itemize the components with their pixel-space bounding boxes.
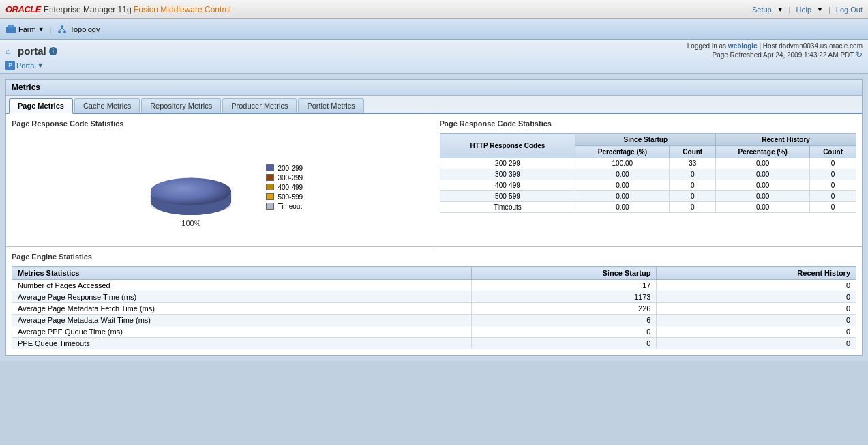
row-label: 300-399 bbox=[440, 169, 575, 180]
ss-pct: 0.00 bbox=[575, 169, 670, 180]
engine-since-startup: 1173 bbox=[471, 291, 657, 303]
app-title: Enterprise Manager 11g Fusion Middleware… bbox=[44, 5, 231, 14]
engine-since-startup: 6 bbox=[471, 315, 657, 326]
engine-row-label: Number of Pages Accessed bbox=[12, 280, 472, 291]
table-row: 300-399 0.00 0 0.00 0 bbox=[440, 169, 856, 180]
list-item: PPE Queue Timeouts 0 0 bbox=[12, 338, 856, 349]
portal-refresh: Page Refreshed Apr 24, 2009 1:43:22 AM P… bbox=[687, 50, 863, 59]
response-code-table: HTTP Response Codes Since Startup Recent… bbox=[440, 133, 857, 213]
engine-table: Metrics Statistics Since Startup Recent … bbox=[12, 266, 856, 349]
pie-legend: 200-299 300-399 400-499 bbox=[266, 164, 303, 210]
ss-pct: 0.00 bbox=[575, 180, 670, 191]
ss-count: 0 bbox=[670, 191, 716, 202]
list-item: Average Page Metadata Wait Time (ms) 6 0 bbox=[12, 315, 856, 326]
list-item: Average Page Response Time (ms) 1173 0 bbox=[12, 291, 856, 303]
info-icon[interactable]: i bbox=[49, 47, 57, 55]
legend-color-500 bbox=[266, 193, 274, 200]
engine-recent-history: 0 bbox=[657, 280, 856, 291]
rh-count: 0 bbox=[810, 202, 856, 213]
ss-count: 33 bbox=[670, 158, 716, 169]
engine-recent-history: 0 bbox=[657, 291, 856, 303]
legend-item-300: 300-399 bbox=[266, 174, 303, 182]
rh-count: 0 bbox=[810, 169, 856, 180]
list-item: Average PPE Queue Time (ms) 0 0 bbox=[12, 326, 856, 338]
engine-since-startup: 226 bbox=[471, 303, 657, 315]
svg-rect-1 bbox=[8, 25, 14, 28]
legend-item-200: 200-299 bbox=[266, 164, 303, 172]
engine-since-startup: 0 bbox=[471, 338, 657, 349]
table-row: Timeouts 0.00 0 0.00 0 bbox=[440, 202, 856, 213]
help-link[interactable]: Help bbox=[796, 5, 811, 14]
tab-portlet-metrics[interactable]: Portlet Metrics bbox=[298, 98, 363, 113]
portal-bar: ⌂ portal i Logged in as weblogic | Host … bbox=[0, 40, 868, 74]
portal-icon: P bbox=[5, 61, 15, 70]
farm-icon bbox=[5, 24, 16, 35]
subcol-ss-count: Count bbox=[670, 146, 716, 158]
response-table-body: 200-299 100.00 33 0.00 0 300-399 0.00 0 … bbox=[440, 158, 856, 213]
legend-color-400 bbox=[266, 184, 274, 190]
topology-label: Topology bbox=[70, 25, 100, 33]
list-item: Number of Pages Accessed 17 0 bbox=[12, 280, 856, 291]
svg-point-9 bbox=[151, 177, 231, 205]
table-row: 200-299 100.00 33 0.00 0 bbox=[440, 158, 856, 169]
help-arrow: ▼ bbox=[817, 6, 823, 13]
rh-pct: 0.00 bbox=[716, 191, 810, 202]
portal-nav-link[interactable]: P Portal ▼ bbox=[5, 61, 44, 70]
engine-row-label: PPE Queue Timeouts bbox=[12, 338, 472, 349]
ss-pct: 0.00 bbox=[575, 191, 670, 202]
metrics-panel: Metrics Page Metrics Cache Metrics Repos… bbox=[5, 79, 863, 356]
oracle-logo: ORACLE bbox=[5, 4, 41, 14]
metrics-title: Metrics bbox=[12, 83, 40, 92]
engine-table-body: Number of Pages Accessed 17 0 Average Pa… bbox=[12, 280, 856, 349]
portal-link-arrow: ▼ bbox=[38, 62, 44, 69]
row-label: 200-299 bbox=[440, 158, 575, 169]
setup-arrow: ▼ bbox=[777, 6, 783, 13]
topology-nav[interactable]: Topology bbox=[57, 24, 100, 35]
left-section-title: Page Response Code Statistics bbox=[12, 119, 428, 128]
row-label: Timeouts bbox=[440, 202, 575, 213]
tab-page-metrics[interactable]: Page Metrics bbox=[9, 98, 73, 114]
right-stats: Page Response Code Statistics HTTP Respo… bbox=[434, 114, 863, 246]
subcol-ss-pct: Percentage (%) bbox=[575, 146, 670, 158]
ss-count: 0 bbox=[670, 180, 716, 191]
username: weblogic bbox=[728, 42, 758, 50]
row-label: 400-499 bbox=[440, 180, 575, 191]
portal-top: ⌂ portal i Logged in as weblogic | Host … bbox=[5, 42, 863, 59]
subcol-rh-pct: Percentage (%) bbox=[716, 146, 810, 158]
host-text: Host dadvmn0034.us.oracle.com bbox=[763, 42, 863, 50]
engine-row-label: Average PPE Queue Time (ms) bbox=[12, 326, 472, 338]
portal-login: Logged in as weblogic | Host dadvmn0034.… bbox=[687, 42, 863, 50]
engine-since-startup: 17 bbox=[471, 280, 657, 291]
farm-nav[interactable]: Farm ▼ bbox=[5, 24, 44, 35]
refresh-icon[interactable]: ↻ bbox=[856, 50, 863, 59]
header: ORACLE Enterprise Manager 11g Fusion Mid… bbox=[0, 0, 868, 19]
rh-pct: 0.00 bbox=[716, 158, 810, 169]
engine-recent-history: 0 bbox=[657, 315, 856, 326]
svg-point-3 bbox=[58, 31, 61, 33]
tab-producer-metrics[interactable]: Producer Metrics bbox=[222, 98, 297, 113]
rh-pct: 0.00 bbox=[716, 180, 810, 191]
navbar: Farm ▼ | Topology bbox=[0, 19, 868, 40]
portal-name: ⌂ portal i bbox=[5, 45, 57, 57]
row-label: 500-599 bbox=[440, 191, 575, 202]
logout-link[interactable]: Log Out bbox=[836, 5, 863, 14]
svg-line-6 bbox=[62, 28, 65, 31]
rh-pct: 0.00 bbox=[716, 202, 810, 213]
pie-percentage: 100% bbox=[136, 219, 245, 227]
tab-repository-metrics[interactable]: Repository Metrics bbox=[141, 98, 221, 113]
engine-recent-history: 0 bbox=[657, 326, 856, 338]
engine-stats-title: Page Engine Statistics bbox=[12, 253, 856, 261]
rh-pct: 0.00 bbox=[716, 169, 810, 180]
pie-container: 100% 200-299 300-399 bbox=[12, 133, 428, 241]
svg-point-4 bbox=[63, 31, 66, 33]
engine-since-startup: 0 bbox=[471, 326, 657, 338]
setup-link[interactable]: Setup bbox=[752, 5, 772, 14]
ss-pct: 100.00 bbox=[575, 158, 670, 169]
engine-col-recent-history: Recent History bbox=[657, 267, 856, 280]
main-content: Metrics Page Metrics Cache Metrics Repos… bbox=[0, 74, 868, 361]
tab-cache-metrics[interactable]: Cache Metrics bbox=[74, 98, 140, 113]
farm-arrow: ▼ bbox=[38, 26, 44, 33]
tabs-bar: Page Metrics Cache Metrics Repository Me… bbox=[6, 96, 862, 114]
engine-row-label: Average Page Metadata Fetch Time (ms) bbox=[12, 303, 472, 315]
rh-count: 0 bbox=[810, 180, 856, 191]
